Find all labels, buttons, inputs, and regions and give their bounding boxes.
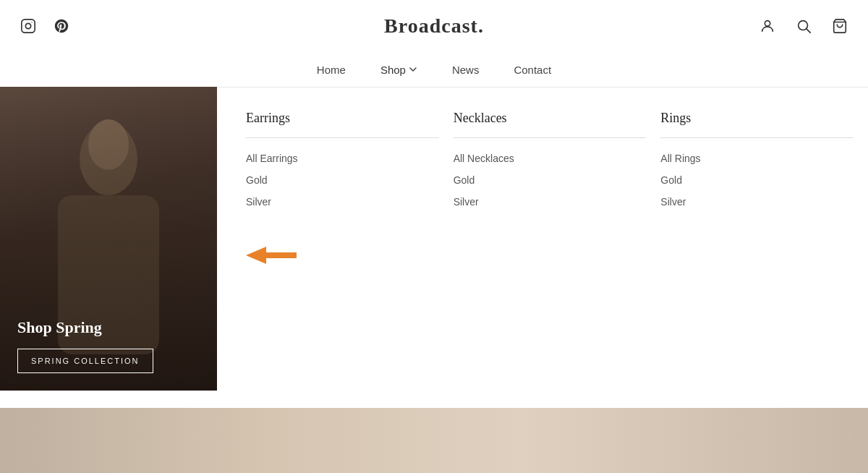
user-icon <box>760 18 775 34</box>
necklaces-silver-link[interactable]: Silver <box>454 196 647 208</box>
header: Broadcast. <box>0 0 868 52</box>
cart-icon <box>832 18 848 34</box>
nav-contact[interactable]: Contact <box>514 64 551 76</box>
nav-shop[interactable]: Shop <box>380 64 417 76</box>
bottom-image-overlay <box>0 408 868 473</box>
necklaces-header: Necklaces <box>454 111 647 138</box>
search-button[interactable] <box>793 15 814 37</box>
earrings-column: Earrings All Earrings Gold Silver <box>246 111 454 267</box>
nav-home[interactable]: Home <box>317 64 346 76</box>
account-button[interactable] <box>757 15 778 37</box>
svg-point-3 <box>765 21 770 26</box>
instagram-icon <box>20 18 36 34</box>
all-necklaces-link[interactable]: All Necklaces <box>454 153 647 164</box>
all-rings-link[interactable]: All Rings <box>660 153 854 164</box>
svg-rect-0 <box>22 20 35 33</box>
cart-button[interactable] <box>829 15 851 37</box>
necklaces-gold-link[interactable]: Gold <box>454 174 647 186</box>
header-actions <box>757 15 851 37</box>
earrings-silver-link[interactable]: Silver <box>246 196 439 208</box>
back-arrow-container <box>246 244 439 267</box>
hero-image: Shop Spring SPRING COLLECTION <box>0 87 217 391</box>
necklaces-column: Necklaces All Necklaces Gold Silver <box>454 111 661 267</box>
hero-title: Shop Spring <box>17 318 200 338</box>
earrings-gold-link[interactable]: Gold <box>246 174 439 186</box>
pinterest-link[interactable] <box>51 15 72 37</box>
logo-text: Broadcast. <box>384 14 484 37</box>
svg-point-2 <box>31 22 32 22</box>
pinterest-icon <box>54 18 69 34</box>
rings-gold-link[interactable]: Gold <box>660 174 854 186</box>
rings-column: Rings All Rings Gold Silver <box>660 111 868 267</box>
all-earrings-link[interactable]: All Earrings <box>246 153 439 164</box>
hero-background: Shop Spring SPRING COLLECTION <box>0 87 217 391</box>
rings-header: Rings <box>660 111 854 138</box>
search-icon <box>796 18 812 34</box>
dropdown-columns: Earrings All Earrings Gold Silver <box>217 111 868 267</box>
main-nav: Home Shop News Contact <box>0 52 868 87</box>
back-arrow-icon[interactable] <box>246 244 297 267</box>
nav-news[interactable]: News <box>452 64 480 76</box>
site-logo[interactable]: Broadcast. <box>384 14 484 38</box>
spring-collection-button[interactable]: SPRING COLLECTION <box>17 349 153 373</box>
svg-line-5 <box>807 29 810 33</box>
svg-point-9 <box>88 119 129 170</box>
svg-point-1 <box>25 23 30 28</box>
hero-overlay: Shop Spring SPRING COLLECTION <box>17 318 200 373</box>
svg-marker-10 <box>246 247 297 264</box>
earrings-header: Earrings <box>246 111 439 138</box>
rings-silver-link[interactable]: Silver <box>660 196 854 208</box>
bottom-image <box>0 408 868 473</box>
instagram-link[interactable] <box>17 15 39 37</box>
chevron-down-icon <box>409 65 417 74</box>
social-links <box>17 15 72 37</box>
